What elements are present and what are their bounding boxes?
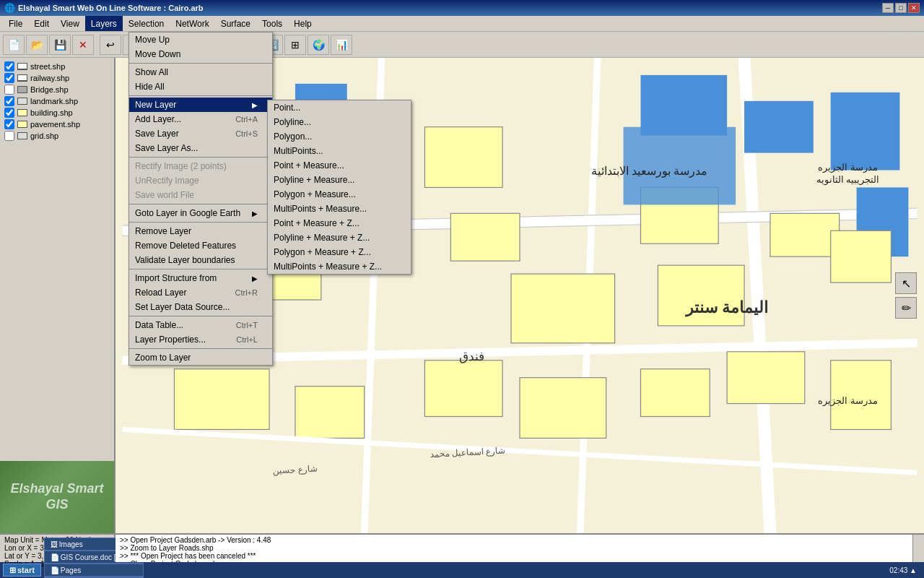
menu-save-layer-as[interactable]: Save Layer As... — [129, 141, 272, 155]
menu-selection[interactable]: Selection — [123, 16, 170, 31]
layer-checkbox[interactable] — [4, 73, 14, 83]
layer-item[interactable]: street.shp — [3, 61, 111, 72]
new-layer-arrow: ▶ — [252, 101, 258, 109]
submenu-point[interactable]: Point... — [268, 100, 411, 115]
separator-3 — [129, 157, 272, 158]
menu-move-down[interactable]: Move Down — [129, 47, 272, 61]
submenu-polyline[interactable]: Polyline... — [268, 115, 411, 129]
maximize-button[interactable]: □ — [895, 3, 907, 13]
svg-rect-19 — [511, 274, 615, 343]
minimap-brand: Elshayal SmartGIS — [10, 481, 103, 512]
layer-checkbox[interactable] — [4, 108, 14, 118]
svg-text:اليمامة سنتر: اليمامة سنتر — [685, 299, 768, 317]
layer-color-box — [17, 74, 27, 82]
layer-name: building.shp — [30, 108, 73, 117]
new-button[interactable]: 📄 — [3, 35, 25, 55]
menu-move-up[interactable]: Move Up — [129, 33, 272, 47]
menu-goto-google-earth[interactable]: Goto Layer in Google Earth ▶ — [129, 206, 272, 220]
svg-rect-29 — [727, 352, 805, 404]
log-entry: >> *** Open Project has been canceled **… — [120, 552, 908, 560]
menu-remove-deleted[interactable]: Remove Deleted Features — [129, 238, 272, 253]
svg-rect-24 — [174, 369, 269, 430]
select-tool[interactable]: ↖ — [895, 272, 917, 294]
layer-checkbox[interactable] — [4, 131, 14, 141]
submenu-multipoints-measure[interactable]: MultiPoints + Measure... — [268, 202, 411, 216]
layer-checkbox[interactable] — [4, 119, 14, 129]
separator-8 — [129, 348, 272, 349]
menu-add-layer[interactable]: Add Layer... Ctrl+A — [129, 112, 272, 126]
separator-1 — [129, 63, 272, 64]
layer-item[interactable]: grid.shp — [3, 130, 111, 142]
menu-new-layer[interactable]: New Layer ▶ — [129, 98, 272, 112]
google-earth-arrow: ▶ — [252, 210, 258, 217]
earth-button[interactable]: 🌍 — [308, 35, 329, 55]
layer-color-box — [17, 86, 27, 93]
log-entry: >> Close Project Gadsden.arb — [120, 560, 908, 562]
undo-button[interactable]: ↩ — [100, 35, 121, 55]
layer-color-box — [17, 98, 27, 105]
menu-file[interactable]: File — [3, 16, 28, 31]
submenu-point-measure[interactable]: Point + Measure... — [268, 158, 411, 173]
chart-button[interactable]: 📊 — [331, 35, 352, 55]
menu-import-structure[interactable]: Import Structure from ▶ — [129, 271, 272, 285]
layer-checkbox[interactable] — [4, 61, 14, 72]
svg-rect-26 — [424, 361, 502, 417]
svg-text:فندق: فندق — [459, 350, 484, 363]
menu-set-data-source[interactable]: Set Layer Data Source... — [129, 300, 272, 314]
menu-remove-layer[interactable]: Remove Layer — [129, 224, 272, 238]
menu-layers[interactable]: Layers — [85, 16, 123, 31]
close-button-toolbar[interactable]: ✕ — [72, 35, 94, 55]
menu-bar: File Edit View Layers Selection NetWork … — [0, 16, 924, 32]
layer-color-box — [17, 121, 27, 128]
layer-item[interactable]: landmark.shp — [3, 95, 111, 107]
submenu-polygon-measure-z[interactable]: Polygon + Measure + Z... — [268, 245, 411, 259]
layers-menu: Move Up Move Down Show All Hide All New … — [128, 32, 273, 366]
close-button[interactable]: ✕ — [908, 3, 920, 13]
submenu-multipoints-measure-z[interactable]: MultiPoints + Measure + Z... — [268, 259, 411, 274]
clock: 02:43 ▲ — [885, 566, 921, 574]
edit-tool[interactable]: ✏ — [895, 297, 917, 319]
menu-save-layer[interactable]: Save Layer Ctrl+S — [129, 126, 272, 141]
layer-item[interactable]: building.shp — [3, 107, 111, 118]
app-icon: 🌐 — [4, 3, 15, 13]
layer-checkbox[interactable] — [4, 96, 14, 106]
log-scrollbar[interactable] — [912, 535, 924, 562]
grid-button[interactable]: ⊞ — [284, 35, 306, 55]
layer-item[interactable]: pavement.shp — [3, 118, 111, 130]
menu-layer-properties[interactable]: Layer Properties... Ctrl+L — [129, 332, 272, 347]
submenu-multipoints[interactable]: MultiPoints... — [268, 144, 411, 158]
separator-4 — [129, 204, 272, 204]
start-button[interactable]: ⊞ start — [3, 564, 41, 577]
layer-checkbox[interactable] — [4, 85, 14, 95]
layers-dropdown: Move Up Move Down Show All Hide All New … — [128, 32, 273, 366]
menu-edit[interactable]: Edit — [28, 16, 55, 31]
submenu-polyline-measure-z[interactable]: Polyline + Measure + Z... — [268, 230, 411, 245]
open-button[interactable]: 📂 — [26, 35, 48, 55]
separator-6 — [129, 269, 272, 269]
submenu-point-measure-z[interactable]: Point + Measure + Z... — [268, 216, 411, 230]
menu-network[interactable]: NetWork — [170, 16, 214, 31]
menu-validate-layer[interactable]: Validate Layer boundaries — [129, 253, 272, 267]
submenu-polygon-measure[interactable]: Polygon + Measure... — [268, 187, 411, 202]
layer-item[interactable]: railway.shp — [3, 72, 111, 84]
menu-hide-all[interactable]: Hide All — [129, 79, 272, 94]
taskbar-item[interactable]: 📄 Pages — [44, 564, 144, 577]
minimize-button[interactable]: ─ — [882, 3, 894, 13]
menu-help[interactable]: Help — [288, 16, 318, 31]
layer-item[interactable]: Bridge.shp — [3, 84, 111, 95]
menu-view[interactable]: View — [55, 16, 85, 31]
cursor-tools: ↖ ✏ — [895, 272, 917, 319]
menu-data-table[interactable]: Data Table... Ctrl+T — [129, 318, 272, 332]
status-bar: Map Unit = Meters 36 North Lon or X = 32… — [0, 533, 924, 562]
save-button[interactable]: 💾 — [49, 35, 71, 55]
title-bar-controls: ─ □ ✕ — [882, 3, 920, 13]
layer-color-box — [17, 63, 27, 70]
submenu-polygon[interactable]: Polygon... — [268, 129, 411, 144]
menu-zoom-to-layer[interactable]: Zoom to Layer — [129, 350, 272, 365]
menu-reload-layer[interactable]: Reload Layer Ctrl+R — [129, 285, 272, 300]
menu-tools[interactable]: Tools — [256, 16, 288, 31]
menu-surface[interactable]: Surface — [215, 16, 256, 31]
submenu-polyline-measure[interactable]: Polyline + Measure... — [268, 173, 411, 187]
menu-show-all[interactable]: Show All — [129, 65, 272, 79]
minimap-inner: Elshayal SmartGIS — [0, 461, 114, 533]
